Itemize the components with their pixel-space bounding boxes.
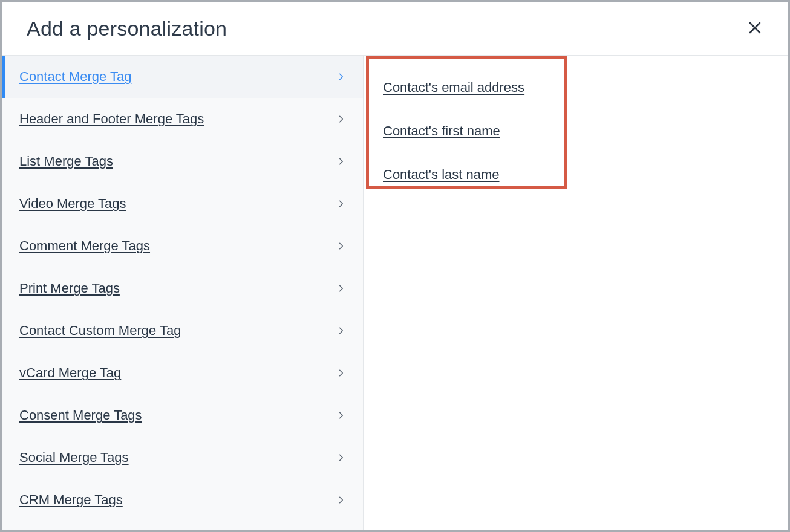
chevron-right-icon bbox=[335, 240, 347, 252]
category-label: List Merge Tags bbox=[19, 154, 113, 169]
category-list: Contact Merge TagHeader and Footer Merge… bbox=[2, 56, 363, 521]
dialog-title: Add a personalization bbox=[27, 17, 227, 41]
merge-tag-option[interactable]: Contact's email address bbox=[383, 70, 524, 105]
option-list: Contact's email addressContact's first n… bbox=[378, 68, 773, 192]
dialog-header: Add a personalization bbox=[2, 2, 788, 56]
category-item[interactable]: Consent Merge Tags bbox=[2, 394, 363, 436]
dialog-body: Contact Merge TagHeader and Footer Merge… bbox=[2, 56, 788, 530]
options-panel: Contact's email addressContact's first n… bbox=[364, 56, 788, 530]
category-label: CRM Merge Tags bbox=[19, 492, 123, 508]
chevron-right-icon bbox=[335, 71, 347, 83]
category-label: Contact Merge Tag bbox=[19, 69, 131, 85]
category-panel: Contact Merge TagHeader and Footer Merge… bbox=[2, 56, 364, 530]
category-item[interactable]: Contact Merge Tag bbox=[2, 56, 363, 98]
close-button[interactable] bbox=[744, 18, 766, 40]
chevron-right-icon bbox=[335, 155, 347, 167]
merge-tag-option[interactable]: Contact's last name bbox=[383, 157, 500, 192]
chevron-right-icon bbox=[335, 113, 347, 125]
category-item[interactable]: Header and Footer Merge Tags bbox=[2, 98, 363, 140]
category-label: Print Merge Tags bbox=[19, 281, 120, 296]
category-label: Consent Merge Tags bbox=[19, 407, 142, 423]
chevron-right-icon bbox=[335, 325, 347, 337]
category-label: Comment Merge Tags bbox=[19, 238, 150, 254]
chevron-right-icon bbox=[335, 409, 347, 421]
category-item[interactable]: vCard Merge Tag bbox=[2, 352, 363, 394]
category-item[interactable]: Video Merge Tags bbox=[2, 183, 363, 225]
chevron-right-icon bbox=[335, 452, 347, 464]
category-label: vCard Merge Tag bbox=[19, 365, 121, 381]
category-label: Video Merge Tags bbox=[19, 196, 126, 212]
chevron-right-icon bbox=[335, 494, 347, 506]
category-item[interactable]: Contact Custom Merge Tag bbox=[2, 310, 363, 352]
category-label: Header and Footer Merge Tags bbox=[19, 111, 204, 127]
category-item[interactable]: CRM Merge Tags bbox=[2, 479, 363, 521]
chevron-right-icon bbox=[335, 367, 347, 379]
category-item[interactable]: Social Merge Tags bbox=[2, 436, 363, 479]
merge-tag-option[interactable]: Contact's first name bbox=[383, 114, 500, 149]
category-label: Social Merge Tags bbox=[19, 450, 129, 465]
category-item[interactable]: Print Merge Tags bbox=[2, 267, 363, 310]
category-item[interactable]: List Merge Tags bbox=[2, 140, 363, 183]
category-item[interactable]: Comment Merge Tags bbox=[2, 225, 363, 267]
chevron-right-icon bbox=[335, 198, 347, 210]
personalization-dialog: Add a personalization Contact Merge TagH… bbox=[0, 0, 790, 532]
chevron-right-icon bbox=[335, 282, 347, 294]
category-label: Contact Custom Merge Tag bbox=[19, 323, 181, 339]
close-icon bbox=[748, 21, 762, 37]
